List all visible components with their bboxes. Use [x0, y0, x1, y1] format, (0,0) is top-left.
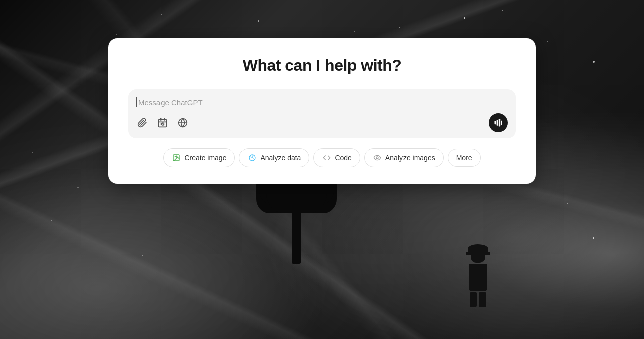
- input-text-row: Message ChatGPT: [136, 97, 508, 107]
- search-web-icon[interactable]: [177, 117, 189, 129]
- tree-silhouette: [292, 198, 301, 264]
- code-label: Code: [335, 154, 351, 162]
- create-image-label: Create image: [184, 154, 226, 162]
- main-card: What can I help with? Message ChatGPT: [108, 38, 536, 184]
- svg-rect-8: [497, 120, 498, 126]
- svg-rect-9: [499, 119, 500, 127]
- input-icons-left: [136, 117, 189, 129]
- input-toolbar: [136, 113, 508, 132]
- more-button[interactable]: More: [448, 149, 481, 167]
- attach-file-icon[interactable]: [136, 117, 148, 129]
- analyze-images-button[interactable]: Analyze images: [364, 148, 444, 167]
- fireman-silhouette: [463, 248, 493, 309]
- code-icon: [322, 153, 331, 162]
- message-input-placeholder: Message ChatGPT: [138, 98, 203, 107]
- scheduled-tasks-icon[interactable]: [156, 117, 169, 129]
- page-title: What can I help with?: [128, 56, 516, 75]
- voice-input-button[interactable]: [489, 113, 508, 132]
- analyze-data-label: Analyze data: [260, 154, 301, 162]
- svg-point-14: [376, 157, 378, 159]
- more-label: More: [456, 154, 472, 162]
- action-buttons-row: Create image Analyze data: [128, 148, 516, 167]
- input-area[interactable]: Message ChatGPT: [128, 89, 516, 138]
- analyze-data-button[interactable]: Analyze data: [239, 148, 309, 167]
- svg-rect-10: [501, 121, 502, 125]
- text-cursor: [136, 97, 137, 107]
- analyze-images-icon: [373, 153, 382, 162]
- analyze-data-icon: [248, 153, 257, 162]
- create-image-icon: [172, 153, 181, 162]
- create-image-button[interactable]: Create image: [163, 148, 235, 167]
- analyze-images-label: Analyze images: [385, 154, 435, 162]
- code-button[interactable]: Code: [313, 148, 360, 167]
- svg-rect-7: [495, 121, 496, 125]
